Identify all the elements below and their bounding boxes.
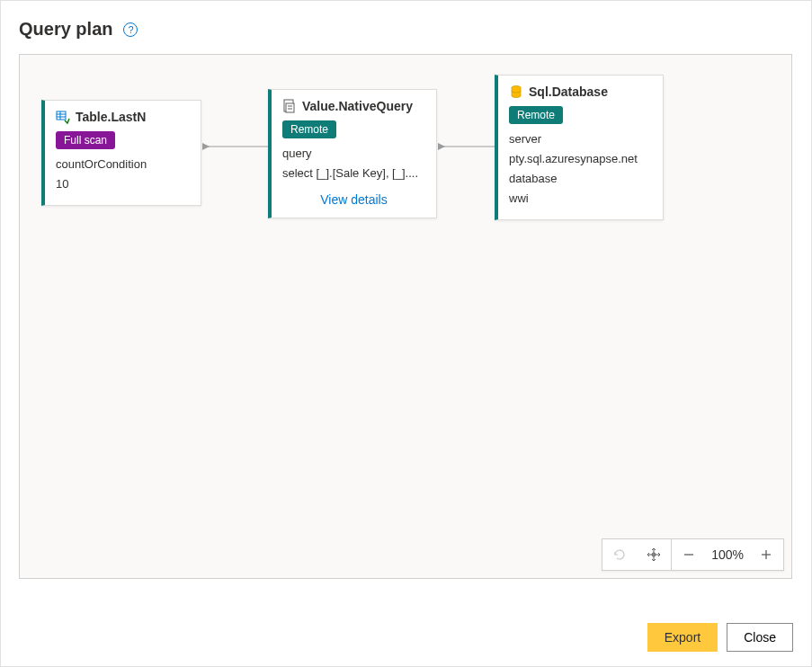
node-title: Table.LastN xyxy=(76,110,146,124)
fit-to-screen-button[interactable] xyxy=(637,539,671,570)
database-icon xyxy=(509,84,523,99)
table-icon xyxy=(56,110,70,124)
dialog-footer: Export Close xyxy=(647,623,793,652)
reset-view-button[interactable] xyxy=(602,539,637,570)
param-value: 10 xyxy=(56,174,190,194)
badge-remote: Remote xyxy=(509,106,563,124)
script-icon xyxy=(282,99,297,113)
svg-rect-2 xyxy=(57,111,66,120)
zoom-level: 100% xyxy=(706,547,749,562)
node-title: Sql.Database xyxy=(529,84,608,99)
node-value-nativequery[interactable]: Value.NativeQuery Remote query select [_… xyxy=(268,89,437,218)
node-title: Value.NativeQuery xyxy=(302,99,413,113)
param-value: select [_].[Sale Key], [_].... xyxy=(282,164,425,183)
arrow-native-to-table xyxy=(201,140,269,153)
dialog-header: Query plan ? xyxy=(19,19,793,40)
export-button[interactable]: Export xyxy=(647,623,718,652)
dialog-title: Query plan xyxy=(19,19,112,40)
close-button[interactable]: Close xyxy=(727,623,793,652)
param-label: query xyxy=(282,144,425,164)
node-table-lastn[interactable]: Table.LastN Full scan countOrCondition 1… xyxy=(41,100,201,206)
help-icon[interactable]: ? xyxy=(123,22,138,37)
query-plan-dialog: Query plan ? xyxy=(0,0,812,667)
canvas-toolbar: 100% xyxy=(602,538,784,571)
zoom-out-button[interactable] xyxy=(672,539,706,570)
database-label: database xyxy=(509,169,652,189)
server-value: pty.sql.azuresynapse.net xyxy=(509,149,652,169)
view-details-link[interactable]: View details xyxy=(282,192,425,207)
node-sql-database[interactable]: Sql.Database Remote server pty.sql.azure… xyxy=(495,75,664,220)
svg-rect-7 xyxy=(286,103,294,112)
server-label: server xyxy=(509,129,652,149)
query-plan-canvas[interactable]: Table.LastN Full scan countOrCondition 1… xyxy=(19,54,792,579)
arrow-sql-to-native xyxy=(436,140,495,153)
badge-remote: Remote xyxy=(282,120,336,138)
param-label: countOrCondition xyxy=(56,155,190,174)
database-value: wwi xyxy=(509,189,652,209)
zoom-in-button[interactable] xyxy=(749,539,783,570)
badge-fullscan: Full scan xyxy=(56,131,115,149)
